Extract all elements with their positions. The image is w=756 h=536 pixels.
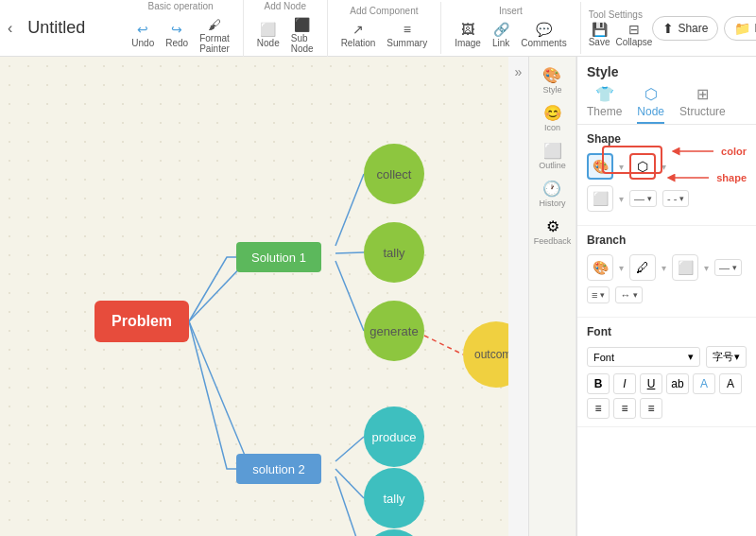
sidebar-feedback-item[interactable]: ⚙ Feedback: [532, 214, 574, 250]
undo-button[interactable]: ↩Undo: [128, 20, 158, 50]
generate2-node[interactable]: generate: [364, 529, 424, 536]
font-size-dropdown[interactable]: 字号 ▾: [706, 346, 747, 368]
branch-style-dropdown[interactable]: ↔: [615, 286, 643, 303]
ab-button[interactable]: ab: [666, 373, 689, 394]
underline-button[interactable]: U: [640, 373, 662, 394]
toolbar-add-node: Add Node ⬜Node ⬛Sub Node: [244, 0, 328, 60]
size-dropdown-arrow: ▾: [734, 351, 740, 363]
toolbar-basic-operation: Basic operation ↩Undo ↪Redo 🖌Format Pain…: [118, 0, 244, 60]
border-sep: ▾: [619, 194, 624, 204]
comments-button[interactable]: 💬Comments: [517, 20, 570, 50]
redo-button[interactable]: ↪Redo: [162, 20, 192, 50]
font-selector-row: Font ▾ 字号 ▾: [587, 346, 747, 368]
produce-node[interactable]: produce: [364, 406, 424, 467]
add-node-label: Add Node: [264, 1, 305, 11]
shape-annotation: shape: [666, 168, 747, 187]
sidebar-outline-item[interactable]: ⬜ Outline: [537, 138, 568, 174]
node-button[interactable]: ⬜Node: [253, 20, 284, 50]
branch-fill-button[interactable]: 🖊: [629, 254, 656, 281]
image-button[interactable]: 🖼Image: [451, 20, 485, 50]
insert-label: Insert: [499, 6, 523, 16]
undo-icon: ↩: [137, 22, 148, 37]
toolbar-tool-settings: Tool Settings 💾Save ⊟Collapse: [589, 9, 653, 47]
export-button[interactable]: 📁 Export: [724, 16, 756, 41]
back-button[interactable]: ‹: [8, 15, 12, 42]
share-button[interactable]: ⬆ Share: [652, 16, 718, 41]
panel-content: 🎨 Style 😊 Icon ⬜ Outline 🕐 History ⚙: [529, 57, 756, 536]
structure-tab-icon: ⊞: [696, 85, 709, 103]
font-bg-button[interactable]: A: [719, 373, 742, 394]
icon-icon: 😊: [543, 104, 562, 122]
border-dash-dropdown[interactable]: - -: [662, 190, 689, 207]
branch-width-dropdown[interactable]: ≡: [587, 286, 610, 303]
solution2-node[interactable]: solution 2: [236, 454, 321, 484]
align-right-button[interactable]: ≡: [640, 398, 662, 419]
shape-border-row: ⬜ ▾ — - -: [587, 185, 747, 212]
link-button[interactable]: 🔗Link: [489, 20, 513, 50]
font-color-button[interactable]: A: [693, 373, 715, 394]
align-center-button[interactable]: ≡: [613, 398, 636, 419]
tally1-node[interactable]: tally: [364, 222, 424, 283]
italic-button[interactable]: I: [613, 373, 636, 394]
branch-section: Branch 🎨 ▾ 🖊 ▾ ⬜ ▾ — ≡ ↔: [577, 226, 756, 318]
share-icon: ⬆: [662, 21, 674, 36]
add-component-label: Add Component: [350, 6, 418, 16]
tool-settings-label: Tool Settings: [589, 9, 653, 20]
border-style-button[interactable]: ⬜: [587, 185, 613, 212]
tab-theme[interactable]: 👕 Theme: [587, 85, 622, 124]
outcome-node[interactable]: outcome: [463, 321, 508, 388]
svg-line-4: [335, 261, 364, 331]
problem-node[interactable]: Problem: [94, 301, 189, 342]
save-button[interactable]: 💾Save: [589, 22, 610, 47]
border-width-dropdown[interactable]: —: [629, 190, 657, 207]
outline-icon: ⬜: [543, 142, 562, 160]
style-panel: Style 👕 Theme ⬡ Node ⊞ Structure: [576, 57, 756, 536]
canvas[interactable]: Problem Solution 1 solution 2 collect ta…: [0, 57, 508, 536]
svg-line-6: [335, 437, 364, 461]
image-icon: 🖼: [461, 22, 474, 37]
collect-node[interactable]: collect: [364, 144, 424, 204]
collapse-button[interactable]: ⊟Collapse: [615, 22, 652, 47]
svg-line-3: [335, 252, 364, 253]
shape-section: Shape 🎨 ▾ ⬡ ▾ col: [577, 125, 756, 226]
generate-node[interactable]: generate: [364, 301, 424, 361]
branch-color-button[interactable]: 🎨: [587, 254, 613, 281]
summary-button[interactable]: ≡Summary: [383, 20, 431, 50]
sidebar-icon-item[interactable]: 😊 Icon: [541, 100, 564, 136]
right-panel-wrapper: » 🎨 Style 😊 Icon ⬜ Outline 🕐: [508, 57, 756, 536]
tab-structure[interactable]: ⊞ Structure: [679, 85, 726, 124]
tab-node[interactable]: ⬡ Node: [637, 85, 664, 124]
panel-collapse-button[interactable]: »: [508, 57, 529, 536]
comments-icon: 💬: [536, 22, 552, 37]
bold-button[interactable]: B: [587, 373, 610, 394]
format-painter-button[interactable]: 🖌Format Painter: [196, 15, 233, 56]
node-tab-icon: ⬡: [644, 85, 658, 103]
summary-icon: ≡: [404, 22, 411, 37]
branch-section-title: Branch: [587, 233, 747, 247]
format-painter-icon: 🖌: [208, 17, 221, 32]
fill-color-button[interactable]: 🎨: [587, 153, 613, 180]
branch-rect-button[interactable]: ⬜: [672, 254, 698, 281]
shape-label: shape: [716, 172, 747, 183]
shape-style-button[interactable]: ⬡: [629, 153, 656, 180]
font-align-buttons: ≡ ≡ ≡: [587, 398, 747, 419]
sub-node-icon: ⬛: [294, 17, 310, 32]
export-icon: 📁: [734, 21, 750, 36]
theme-tab-icon: 👕: [595, 85, 614, 103]
solution1-node[interactable]: Solution 1: [236, 242, 321, 272]
font-family-dropdown[interactable]: Font ▾: [587, 347, 700, 367]
sub-node-button[interactable]: ⬛Sub Node: [287, 15, 318, 56]
topbar: ‹ Untitled Basic operation ↩Undo ↪Redo 🖌…: [0, 0, 756, 57]
page-title: Untitled: [27, 18, 103, 38]
branch-dash-dropdown[interactable]: —: [714, 259, 742, 276]
relation-button[interactable]: ↗Relation: [337, 20, 380, 50]
tally2-node[interactable]: tally: [364, 468, 424, 528]
save-icon: 💾: [592, 22, 608, 37]
font-section: Font Font ▾ 字号 ▾ B I U: [577, 318, 756, 427]
svg-line-5: [424, 336, 463, 354]
panel-tabs: 👕 Theme ⬡ Node ⊞ Structure: [587, 85, 747, 124]
sidebar-history-item[interactable]: 🕐 History: [537, 176, 567, 212]
sidebar-style-item[interactable]: 🎨 Style: [541, 62, 563, 98]
history-icon: 🕐: [542, 180, 561, 198]
align-left-button[interactable]: ≡: [587, 398, 610, 419]
